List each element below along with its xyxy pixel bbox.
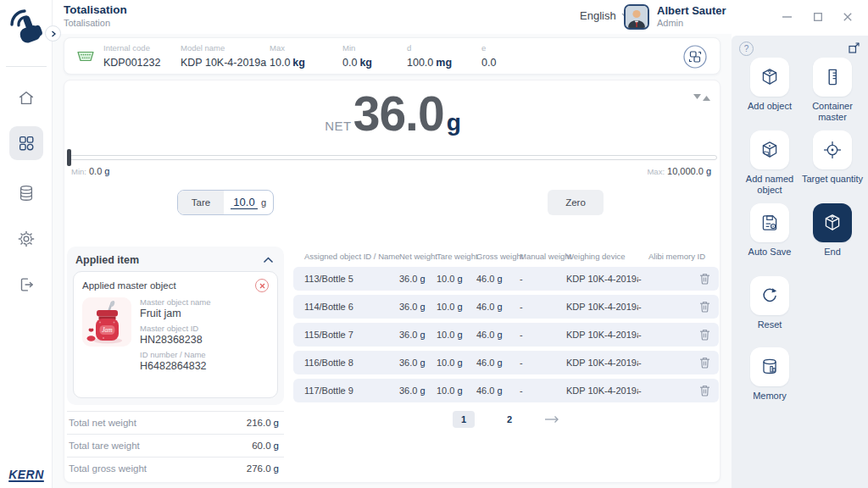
table-row[interactable]: 114/Bottle 6 36.0g 10.0g 46.0g - KDP 10K…: [293, 295, 719, 319]
chevron-up-icon[interactable]: [263, 257, 274, 263]
action-memory[interactable]: Memory: [738, 347, 801, 402]
header-bar: Totalisation Totalisation English Albert…: [53, 0, 868, 34]
help-button[interactable]: ?: [739, 42, 754, 56]
weight-unit: g: [447, 109, 461, 136]
table-row[interactable]: 116/Bottle 8 36.0g 10.0g 46.0g - KDP 10K…: [293, 351, 719, 374]
action-end[interactable]: End: [801, 203, 864, 258]
memory-database-icon: [759, 356, 781, 378]
action-label: End: [801, 247, 864, 258]
sidebar-item-home[interactable]: [9, 81, 43, 115]
trash-icon: [699, 357, 710, 369]
action-label: Memory: [738, 391, 801, 402]
delete-row-button[interactable]: [699, 329, 710, 341]
col-header: Weighing device: [566, 252, 638, 261]
container-master-button[interactable]: [813, 58, 852, 97]
reset-icon: [760, 286, 780, 306]
field-model-name: Model name KDP 10K-4-2019a: [181, 43, 266, 69]
total-value: 216.0g: [247, 418, 279, 428]
sidebar-item-settings[interactable]: [9, 222, 43, 256]
table-row[interactable]: 113/Bottle 5 36.0g 10.0g 46.0g - KDP 10K…: [293, 267, 719, 291]
arrow-right-icon: [544, 415, 559, 424]
field-value: 100.0: [407, 57, 433, 69]
field-value: 0.0: [342, 57, 357, 69]
field-value: KDP001232: [103, 57, 160, 69]
field-label: Internal code: [103, 43, 160, 53]
trash-icon: [699, 301, 710, 313]
action-target-quantity[interactable]: Target quantity: [801, 130, 864, 185]
add-named-object-button[interactable]: [750, 130, 789, 169]
weight-value: 36.0: [353, 86, 444, 141]
action-container-master[interactable]: Container master: [801, 58, 864, 122]
delete-row-button[interactable]: [699, 357, 710, 369]
device-switch-icon[interactable]: [682, 44, 708, 69]
applied-field-label: Master object ID: [140, 324, 210, 333]
user-name: Albert Sauter: [657, 4, 726, 17]
apps-grid-icon: [17, 134, 36, 152]
serial-port-icon: [76, 51, 95, 62]
weight-display: NET 36.0 g: [64, 86, 721, 141]
panel-expand-button[interactable]: [848, 42, 860, 54]
window-maximize-button[interactable]: [810, 8, 826, 25]
tare-control: Tare g: [177, 190, 274, 215]
sidebar-item-apps[interactable]: [9, 126, 43, 160]
action-auto-save[interactable]: Auto Save: [738, 203, 801, 258]
named-object-cube-icon: [759, 139, 781, 161]
tare-input[interactable]: [231, 196, 258, 209]
zero-button[interactable]: Zero: [548, 190, 604, 215]
action-add-named-object[interactable]: Add named object: [738, 130, 801, 195]
sidebar-item-logout[interactable]: [9, 268, 43, 302]
table-header: Assigned object ID / Name Net weight Tar…: [293, 252, 719, 261]
range-max-unit: g: [706, 166, 711, 176]
target-quantity-button[interactable]: [813, 130, 852, 169]
reset-button[interactable]: [750, 276, 789, 315]
page-1-button[interactable]: 1: [453, 411, 475, 428]
total-label: Total net weight: [69, 418, 136, 428]
user-avatar[interactable]: [624, 4, 649, 30]
applied-field-label: Master object name: [140, 297, 210, 307]
field-value: KDP 10K-4-2019a: [181, 57, 266, 69]
trash-icon: [699, 273, 710, 285]
action-reset[interactable]: Reset: [738, 276, 801, 330]
add-object-button[interactable]: [750, 58, 789, 97]
trash-icon: [699, 385, 710, 396]
sidebar-expand-button[interactable]: [45, 25, 61, 42]
maximize-icon: [814, 13, 822, 21]
remove-applied-object-button[interactable]: [255, 279, 269, 292]
total-label: Total gross weight: [69, 463, 147, 474]
range-max: Max:10,000.0g: [647, 166, 711, 176]
master-object-image: Jam: [82, 297, 131, 347]
left-sidebar: KERN: [0, 0, 53, 488]
sidebar-item-database[interactable]: [9, 176, 43, 210]
window-minimize-button[interactable]: [778, 8, 795, 25]
table-row[interactable]: 115/Bottle 7 36.0g 10.0g 46.0g - KDP 10K…: [293, 323, 719, 347]
field-label: d: [407, 43, 452, 53]
jam-label: Jam: [102, 326, 113, 334]
end-button[interactable]: [813, 203, 852, 242]
weighing-card: NET 36.0 g Min:0.0g Max:10,000.0g Tare g: [64, 80, 721, 483]
auto-save-button[interactable]: [750, 203, 789, 242]
weight-range-track[interactable]: [70, 155, 717, 160]
page-2-button[interactable]: 2: [498, 411, 520, 428]
field-min: Min 0.0kg: [342, 43, 372, 69]
action-label: Add named object: [738, 174, 801, 195]
memory-button[interactable]: [750, 347, 789, 386]
language-selector[interactable]: English: [580, 9, 631, 22]
weight-range-handle[interactable]: [67, 149, 71, 166]
page-title: Totalisation: [64, 3, 127, 16]
range-max-label: Max:: [647, 167, 665, 176]
delete-row-button[interactable]: [699, 301, 710, 313]
action-label: Reset: [738, 319, 801, 330]
delete-row-button[interactable]: [699, 385, 710, 396]
window-close-button[interactable]: [839, 8, 856, 25]
field-unit: kg: [359, 57, 372, 69]
applied-field-value: HN28368238: [140, 334, 210, 346]
range-min-value: 0.0: [89, 166, 102, 176]
next-page-button[interactable]: [544, 415, 559, 424]
tare-button[interactable]: Tare: [178, 191, 224, 214]
range-min: Min:0.0g: [71, 166, 109, 176]
delete-row-button[interactable]: [699, 273, 710, 285]
table-row[interactable]: 117/Bottle 9 36.0g 10.0g 46.0g - KDP 10K…: [293, 379, 719, 402]
col-header: Gross weight: [476, 252, 520, 261]
col-header: Net weight: [399, 252, 437, 261]
action-add-object[interactable]: Add object: [738, 58, 801, 112]
